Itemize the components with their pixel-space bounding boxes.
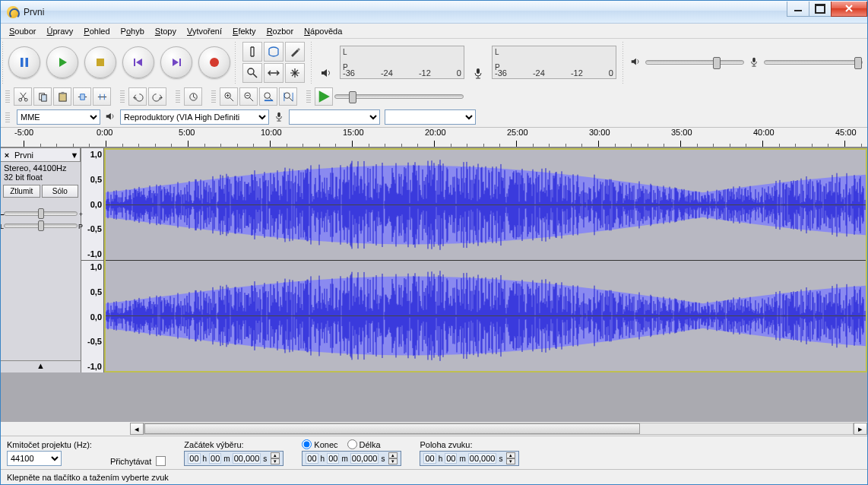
undo-button[interactable] [128, 87, 147, 106]
app-icon [7, 6, 19, 18]
track-close-button[interactable]: × [1, 151, 13, 160]
meters-toolbar: L P -36-24-120 L P -36-24-120 [314, 43, 621, 82]
pause-button[interactable] [8, 46, 40, 78]
fit-selection-button[interactable] [259, 87, 277, 106]
playback-meter[interactable]: L P -36-24-120 [340, 46, 464, 79]
horizontal-scrollbar[interactable]: ◂ ▸ [1, 422, 867, 436]
toolbar-grip[interactable] [211, 89, 216, 104]
project-rate-dropdown[interactable]: 44100 [7, 451, 62, 466]
menu-nápověda[interactable]: Nápověda [299, 25, 347, 37]
menu-úpravy[interactable]: Úpravy [41, 25, 78, 37]
mic-icon [749, 56, 759, 68]
svg-rect-0 [21, 58, 24, 67]
copy-button[interactable] [33, 87, 52, 106]
toolbar-grip[interactable] [2, 40, 3, 84]
play-at-speed-button[interactable] [315, 87, 333, 106]
menu-pohyb[interactable]: Pohyb [116, 25, 150, 37]
draw-tool[interactable] [285, 42, 305, 62]
menu-efekty[interactable]: Efekty [227, 25, 261, 37]
app-window: Prvni SouborÚpravyPohledPohybStopyVytvoř… [0, 0, 868, 485]
skip-end-button[interactable] [160, 46, 192, 78]
redo-button[interactable] [148, 87, 166, 106]
output-device-dropdown[interactable]: Reproduktory (VIA High Definiti [120, 109, 269, 125]
svg-rect-1 [26, 58, 29, 67]
svg-rect-2 [97, 59, 104, 66]
sync-lock-button[interactable] [184, 87, 202, 106]
toolbar-grip[interactable] [5, 111, 10, 123]
record-button[interactable] [198, 46, 230, 78]
close-button[interactable] [831, 2, 867, 17]
track-collapse-button[interactable]: ▲ [1, 360, 81, 372]
svg-point-6 [248, 68, 254, 74]
toolbar-grip[interactable] [235, 40, 236, 84]
input-channels-dropdown[interactable] [385, 109, 476, 125]
toolbar-grip[interactable] [5, 89, 10, 104]
cut-button[interactable] [14, 87, 32, 106]
fit-project-button[interactable] [279, 87, 297, 106]
multi-tool[interactable] [285, 63, 305, 83]
audio-position-time[interactable]: 00h00m00,000s▴▾ [420, 451, 519, 466]
status-text: Klepněte na tlačítko a tažením vyberte z… [7, 473, 169, 482]
paste-button[interactable] [53, 87, 71, 106]
tools-toolbar [238, 39, 309, 86]
length-radio[interactable]: Délka [347, 439, 381, 449]
snap-checkbox[interactable] [156, 456, 166, 466]
menu-stopy[interactable]: Stopy [150, 25, 182, 37]
track-name[interactable]: Prvni [13, 151, 69, 160]
menu-rozbor[interactable]: Rozbor [261, 25, 299, 37]
menubar: SouborÚpravyPohledPohybStopyVytvořeníEfe… [1, 24, 867, 39]
svg-rect-7 [477, 68, 480, 74]
maximize-button[interactable] [809, 2, 832, 17]
selection-toolbar: Kmitočet projektu (Hz): 44100 Přichytáva… [1, 436, 867, 469]
track-pan-slider[interactable]: L P [4, 223, 78, 228]
toolbar-grip[interactable] [176, 89, 180, 104]
track-gain-slider[interactable]: ‒+ [4, 211, 78, 216]
play-button[interactable] [46, 46, 78, 78]
audio-host-dropdown[interactable]: MME [17, 109, 100, 125]
waveform-area[interactable] [104, 148, 867, 372]
toolbar-grip[interactable] [311, 40, 312, 84]
scroll-left-button[interactable]: ◂ [130, 423, 144, 435]
output-volume-slider[interactable] [645, 60, 744, 65]
titlebar[interactable]: Prvni [1, 1, 867, 24]
audio-position-label: Poloha zvuku: [420, 440, 519, 449]
vertical-scale: 1,00,50,0-0,5-1,0 1,00,50,0-0,5-1,0 [81, 148, 104, 372]
svg-rect-3 [134, 59, 135, 66]
selection-tool[interactable] [242, 42, 262, 62]
envelope-tool[interactable] [264, 42, 284, 62]
stop-button[interactable] [84, 46, 116, 78]
track-menu-button[interactable]: ▼ [69, 151, 80, 160]
solo-button[interactable]: Sólo [42, 185, 79, 198]
menu-pohled[interactable]: Pohled [78, 25, 115, 37]
record-meter[interactable]: L P -36-24-120 [492, 46, 616, 79]
selection-end-time[interactable]: 00h00m00,000s▴▾ [302, 451, 401, 466]
timeline-ruler[interactable]: -5:000:005:0010:0015:0020:0025:0030:0035… [1, 128, 867, 147]
mixer-toolbar [626, 52, 867, 73]
track-area-empty[interactable] [1, 372, 867, 422]
toolbar-grip[interactable] [120, 89, 125, 104]
scrollbar-thumb[interactable] [144, 423, 640, 434]
toolbar-grip[interactable] [306, 89, 311, 104]
zoom-tool[interactable] [242, 63, 262, 83]
menu-vytvoření[interactable]: Vytvoření [182, 25, 227, 37]
minimize-button[interactable] [787, 2, 809, 17]
selection-start-time[interactable]: 00h00m00,000s▴▾ [184, 451, 284, 466]
svg-rect-14 [61, 91, 64, 94]
zoom-in-button[interactable] [220, 87, 238, 106]
svg-rect-20 [277, 113, 280, 117]
window-title: Prvni [24, 7, 787, 17]
toolbar-grip[interactable] [622, 40, 623, 84]
input-device-dropdown[interactable] [289, 109, 380, 125]
end-radio[interactable]: Konec [302, 439, 337, 449]
speaker-icon [630, 56, 641, 68]
trim-button[interactable] [73, 87, 91, 106]
timeshift-tool[interactable] [264, 63, 284, 83]
input-volume-slider[interactable] [764, 60, 863, 65]
scroll-right-button[interactable]: ▸ [854, 423, 867, 435]
skip-start-button[interactable] [122, 46, 154, 78]
playback-speed-slider[interactable] [334, 94, 464, 99]
silence-button[interactable] [93, 87, 111, 106]
mute-button[interactable]: Ztlumit [3, 185, 40, 198]
menu-soubor[interactable]: Soubor [4, 25, 41, 37]
zoom-out-button[interactable] [239, 87, 258, 106]
